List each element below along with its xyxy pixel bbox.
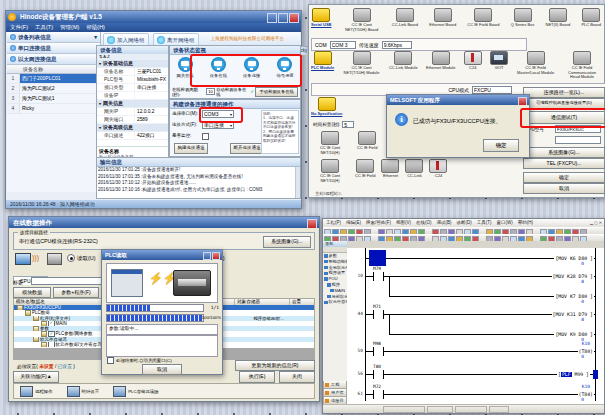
property-row[interactable]: PLC型号Mitsubishi-FX — [97, 76, 168, 84]
dialog-title-bar[interactable]: PLC读取 — [102, 250, 222, 260]
scrollbar[interactable] — [295, 167, 300, 198]
com-input[interactable] — [330, 41, 356, 49]
related-functions-button[interactable]: 关联功能(F)▲ — [13, 371, 59, 383]
instruction[interactable]: [MOV K31 D79 ] — [552, 310, 594, 319]
minimize-button[interactable] — [267, 13, 277, 23]
monitor-checkbox[interactable] — [202, 133, 209, 140]
com-port-select[interactable]: COM3▾ — [202, 110, 234, 118]
checkbox[interactable] — [107, 357, 114, 364]
cancel-button[interactable]: 取消 — [523, 183, 605, 194]
instruction[interactable]: [MOV K28 D79 ] — [552, 272, 594, 281]
ladder-cursor[interactable] — [369, 250, 386, 266]
route-list-button[interactable]: 连接路径一览(L)... — [523, 87, 605, 98]
contact[interactable] — [373, 272, 384, 281]
contact[interactable] — [373, 370, 384, 379]
interface-tile[interactable]: Q Series Bus — [511, 8, 535, 32]
menu-item[interactable]: 窗口(W) — [497, 220, 513, 225]
device-list-row[interactable]: 4Ricky — [7, 104, 100, 114]
mode-radio[interactable]: 读取(U) — [67, 254, 96, 262]
menu-item[interactable]: 诊断(D) — [457, 220, 472, 225]
interface-tile[interactable]: C24 — [464, 51, 482, 80]
device-list-row[interactable]: 1西门子200PLC01 — [7, 74, 100, 84]
cycle-input[interactable] — [206, 88, 215, 95]
row-checkbox[interactable] — [48, 342, 55, 347]
coil[interactable]: (T80) — [578, 347, 594, 356]
property-row[interactable]: 串口描述422接口 — [97, 132, 168, 140]
ladder-editor[interactable]: [MOV K6 D80 ]010M79[MOV K28 D79 ]8[MOV K… — [347, 248, 604, 405]
refresh-button[interactable]: 更新为最新的信息(R) — [235, 360, 315, 371]
close-button[interactable] — [289, 13, 299, 23]
property-group-row[interactable]: ▾网关信息 — [97, 100, 168, 108]
interface-tile[interactable]: No Specification — [311, 97, 342, 117]
related-function-item[interactable]: 时钟设置 — [67, 386, 100, 397]
interface-tile[interactable]: GOT — [490, 51, 508, 80]
result-listbox[interactable] — [106, 335, 218, 357]
param-program-button[interactable]: 参数+程序(F) — [53, 287, 99, 298]
manual-detect-button[interactable]: 手动检测设备在线 — [255, 87, 298, 97]
property-group-row[interactable]: ▾设备高级信息 — [97, 124, 168, 132]
nav-view-tab[interactable]: 工程 — [323, 381, 347, 389]
cpu-mode-input[interactable] — [472, 86, 512, 94]
interface-tile[interactable]: CC IE Cont NET/10(H) — [311, 159, 349, 183]
execute-button[interactable]: 执行(E) — [239, 371, 275, 383]
related-function-item[interactable]: PLC存储器清除 — [113, 386, 159, 397]
connect-mode-select[interactable]: 串口连接▾ — [202, 121, 234, 129]
nav-tree-item[interactable]: 软元件存储器 — [323, 299, 347, 305]
instruction[interactable]: [MOV K6 D80 ] — [554, 254, 594, 263]
interface-tile[interactable]: C24 — [429, 159, 447, 183]
property-row[interactable]: 接口类型串口连接 — [97, 84, 168, 92]
interface-tile[interactable]: Ethernet Module — [426, 51, 455, 80]
nav-view-tab[interactable]: 用户库 — [323, 389, 347, 397]
auto-detect-check-icon[interactable]: ✓ — [251, 89, 255, 94]
menu-item[interactable]: 工具(T) — [477, 220, 492, 225]
interface-tile[interactable]: CC IE Cont NET(T/10H) Module — [343, 51, 381, 80]
title-bar[interactable]: Hinode设备管理客户端 v1.5 — [6, 11, 301, 23]
build-channel-button[interactable]: 构建连接通道 — [174, 143, 208, 154]
interface-tile[interactable]: CC-Link Board — [392, 8, 418, 32]
company-link[interactable]: 上海慧程智能科技有限公司网络平台 — [211, 36, 285, 41]
break-channel-button[interactable]: 断开连接通道 — [230, 143, 264, 154]
sidebar-section[interactable]: 以太网连接信息 — [7, 54, 100, 65]
menu-item[interactable]: 管理(M) — [60, 24, 79, 30]
property-row[interactable]: 设备IP — [97, 92, 168, 100]
communication-test-button[interactable]: 通信测试(T) — [523, 111, 605, 124]
interface-tile[interactable]: CC IE Field Communication Head Module — [563, 51, 601, 80]
menu-item[interactable]: 视图(V) — [396, 220, 411, 225]
menu-item[interactable]: 文件(F) — [10, 24, 28, 30]
close-dialog-button[interactable]: 关闭 — [279, 371, 315, 383]
menu-item[interactable]: 帮助(H) — [518, 220, 533, 225]
system-image-button[interactable]: 系统图像(G)... — [263, 236, 311, 248]
close-button[interactable] — [307, 219, 317, 228]
menu-item[interactable]: 帮助(H) — [86, 24, 105, 30]
direct-connection-button[interactable]: 可编程控制器直接连接设置(D) — [523, 98, 605, 109]
interface-tile[interactable]: Ethernet Board — [429, 8, 456, 32]
system-image-button[interactable]: 系统图像(G)... — [523, 147, 605, 158]
title-bar[interactable]: 在线数据操作 — [9, 217, 319, 228]
auto-close-option[interactable]: 处理结束时,自动关闭窗口(C) — [107, 357, 172, 364]
interface-tile[interactable]: CC IE Field — [357, 131, 377, 155]
related-function-item[interactable]: 远程操作 — [20, 386, 53, 397]
instruction[interactable]: [MOV K7 D80 ] — [554, 292, 594, 301]
target-station-field[interactable] — [555, 136, 601, 144]
module-data-button[interactable]: 模块数据 — [13, 287, 51, 298]
maximize-button[interactable] — [278, 13, 288, 23]
interface-tile[interactable]: PLC Module — [311, 51, 334, 80]
menu-item[interactable]: 工具(T) — [35, 24, 53, 30]
status-icon-1[interactable]: 设备在线 — [205, 57, 231, 78]
close-button[interactable] — [212, 252, 220, 260]
speed-input[interactable] — [382, 41, 412, 49]
instruction[interactable]: [PLF M99 ] — [557, 370, 590, 379]
menu-item[interactable]: 搜索/替换(F) — [366, 220, 391, 225]
interface-tile[interactable]: CC IE Cont NET/10(H) — [311, 131, 349, 155]
timeout-input[interactable] — [342, 121, 354, 128]
menu-item[interactable]: 调试(B) — [437, 220, 452, 225]
dialog-close-button[interactable] — [518, 97, 527, 105]
status-icon-2[interactable]: 设备连接 — [239, 57, 265, 78]
menu-item[interactable]: 工程(P) — [326, 220, 341, 225]
interface-tile[interactable]: Ethernet — [381, 159, 399, 183]
status-icon-3[interactable]: 信号强度 — [272, 57, 298, 78]
contact[interactable] — [373, 347, 384, 356]
device-list-row[interactable]: 2海为PLC测试2 — [7, 84, 100, 94]
contact[interactable] — [373, 390, 384, 399]
property-row[interactable]: 网关端口2589 — [97, 116, 168, 124]
